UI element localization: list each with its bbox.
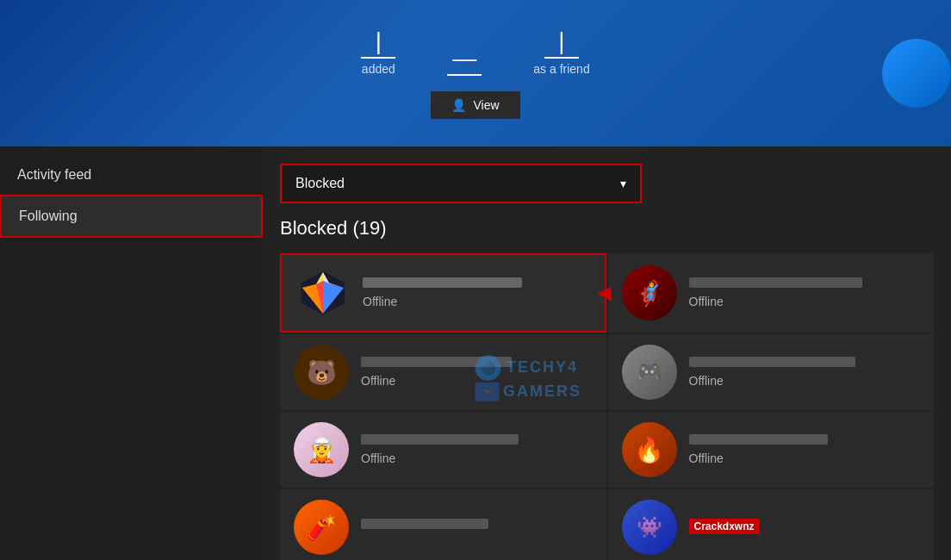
friend-name-bar-1 [363,277,522,288]
friend-avatar-7: 🧨 [294,500,349,555]
sidebar-item-following[interactable]: Following [0,195,263,238]
stat-added: | added [361,28,395,76]
friend-name-bar-4 [689,357,855,367]
friend-name-bar-2 [689,277,862,288]
section-title: Blocked (19) [280,217,934,240]
friend-avatar-5: 🧝 [294,422,349,477]
chevron-down-icon: ▾ [620,177,626,190]
friend-avatar-8: 👾 [622,500,677,555]
banner-stats: | added — | as a friend [361,28,589,76]
dropdown-label: Blocked [295,176,345,191]
friend-avatar-4: 🎮 [622,345,677,400]
blocked-dropdown[interactable]: Blocked ▾ [280,164,642,203]
friend-name-bar-5 [361,434,519,445]
stat-friend: | as a friend [533,28,589,76]
sidebar-item-activity-feed[interactable]: Activity feed [0,155,263,195]
friend-info-8: Crackdxwnz [689,518,921,538]
view-button[interactable]: 👤 View [431,91,519,119]
friend-avatar-3: 🐻 [294,345,349,400]
arrow-icon: ◄ [593,279,617,306]
main-layout: Activity feed Following Blocked ▾ Blocke… [0,146,951,560]
top-banner: | added — | as a friend 👤 View [0,0,951,146]
friend-info-3: Offline [361,357,593,388]
sidebar-activity-feed-label: Activity feed [17,167,91,182]
friend-info-4: Offline [689,357,921,388]
friend-card-4[interactable]: 🎮 Offline [608,334,935,410]
friend-name-bar-6 [689,434,828,445]
friend-info-6: Offline [689,434,921,465]
friends-grid: 🔵 TECHY4 🎮 GAMERS [280,253,934,560]
stat-friend-label: as a friend [533,62,589,76]
friend-card-6[interactable]: 🔥 Offline [608,412,935,488]
friend-status-1: Offline [363,295,591,308]
friend-info-7 [361,519,593,536]
friend-avatar-6: 🔥 [622,422,677,477]
banner-avatar [882,39,951,108]
content-area: Blocked ▾ Blocked (19) 🔵 TECHY4 🎮 GAMERS [263,146,951,560]
friend-info-1: Offline [363,277,591,308]
friend-status-2: Offline [689,295,921,308]
stat-added-value: | [361,28,395,59]
friend-status-5: Offline [361,451,593,465]
dropdown-container: Blocked ▾ [280,164,934,203]
friend-avatar-1 [295,265,351,320]
sidebar-following-label: Following [19,208,78,223]
friend-status-6: Offline [689,451,921,465]
friend-info-2: Offline [689,277,921,308]
friend-card-8[interactable]: 👾 Crackdxwnz [608,489,935,560]
friend-info-5: Offline [361,434,593,465]
crackdxwnz-badge: Crackdxwnz [689,519,760,534]
stat-dash: — [447,45,482,76]
stat-dash-value: — [447,45,482,76]
friend-card-3[interactable]: 🐻 Offline [280,334,606,410]
friend-card-1[interactable]: Offline [280,253,606,333]
friend-card-5[interactable]: 🧝 Offline [280,412,606,488]
friend-status-3: Offline [361,374,593,388]
friend-name-bar-3 [361,357,512,367]
friend-card-7[interactable]: 🧨 [280,489,606,560]
friend-status-4: Offline [689,374,921,388]
view-icon: 👤 [451,98,466,112]
stat-added-label: added [362,62,395,76]
friend-card-2[interactable]: ◄ 🦸 Offline [608,253,935,333]
sidebar: Activity feed Following [0,146,263,560]
view-button-label: View [473,98,499,112]
friend-name-bar-7 [361,519,488,529]
stat-friend-value: | [544,28,579,59]
friend-avatar-2: 🦸 [622,265,677,320]
